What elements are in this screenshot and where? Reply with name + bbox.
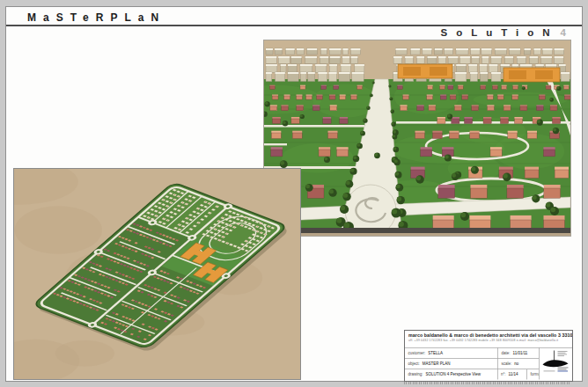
object-label: object: [408, 361, 420, 366]
firm-contacts: uff. +39 0432 1742283 fax. +39 0432 1742… [408, 339, 569, 342]
sheet-number-label: n°: [501, 372, 506, 376]
solution-label: SoLuTioN [441, 27, 559, 38]
scale-label: scale: [502, 361, 512, 366]
solution4-perspective-render [264, 40, 570, 236]
presentation-board: MaSTeRPLaN SoLuTioN4 marco baldanello & … [0, 0, 588, 387]
title-block-row-drawing: drawing: SOLUTION 4 Perspective View n°:… [405, 369, 539, 380]
title-block-row-object: object: MASTER PLAN scale: no [405, 359, 539, 369]
solution-subtitle: SoLuTioN4 [441, 27, 567, 38]
title-block: marco baldanello & marco di benedetto ar… [404, 330, 573, 382]
format-label: format: [531, 372, 540, 376]
firm-name-address: marco baldanello & marco di benedetto ar… [408, 332, 569, 338]
title-block-content: marco baldanello & marco di benedetto ar… [405, 331, 572, 381]
baldanello-logo-icon [540, 348, 572, 380]
date-value: 11/01/11 [513, 351, 528, 355]
drawing-value: SOLUTION 4 Perspective View [426, 372, 481, 376]
drawing-label: drawing: [408, 372, 423, 376]
date-label: date: [502, 351, 511, 355]
solution-number: 4 [561, 27, 566, 38]
object-value: MASTER PLAN [423, 361, 451, 366]
title-divider-rule [6, 25, 582, 26]
firm-logo-cell [539, 348, 572, 380]
masterplan-aerial-panel [13, 168, 301, 380]
page-title: MaSTeRPLaN [27, 11, 165, 24]
title-block-row-customer: customer: STELLA date: 11/01/11 [405, 348, 539, 359]
sheet: MaSTeRPLaN SoLuTioN4 marco baldanello & … [5, 6, 583, 382]
scale-value: no [514, 361, 518, 366]
customer-label: customer: [408, 351, 426, 355]
title-block-header: marco baldanello & marco di benedetto ar… [405, 331, 572, 348]
title-block-fineprint [404, 382, 571, 384]
sheet-number-value: 11/14 [509, 372, 518, 376]
customer-value: STELLA [428, 351, 443, 355]
masterplan-aerial-render [14, 169, 300, 379]
perspective-render-panel [263, 40, 571, 237]
